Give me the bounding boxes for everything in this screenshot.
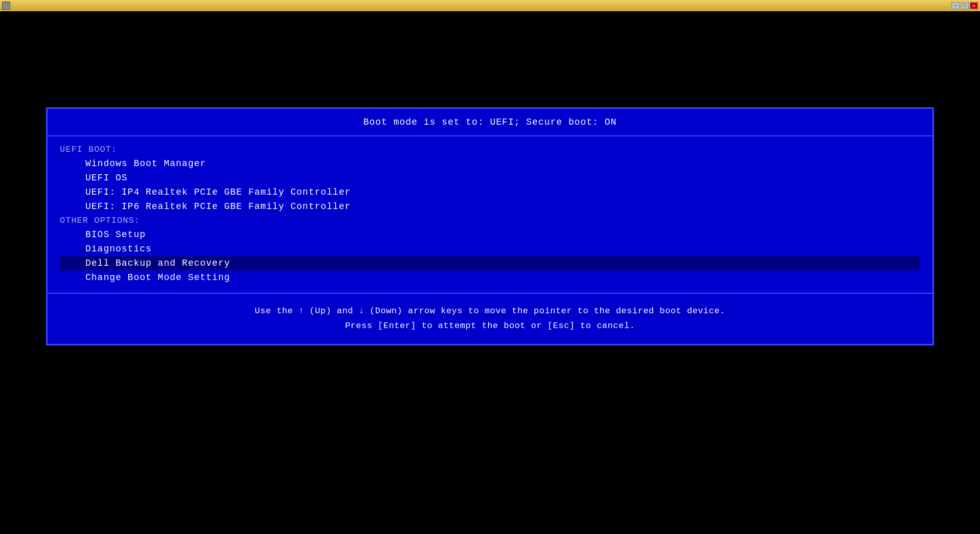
bios-panel: Boot mode is set to: UEFI; Secure boot: … — [46, 107, 934, 345]
option-bios-setup[interactable]: BIOS Setup — [60, 227, 920, 242]
window-icon — [2, 2, 10, 10]
bios-body: UEFI BOOT: Windows Boot Manager UEFI OS … — [48, 136, 932, 294]
minimize-button[interactable]: – — [951, 2, 960, 9]
window-controls: – □ ✕ — [951, 2, 978, 9]
close-button[interactable]: ✕ — [970, 2, 978, 9]
other-options-label: OTHER OPTIONS: — [60, 216, 920, 225]
option-dell-backup[interactable]: Dell Backup and Recovery — [60, 256, 920, 270]
boot-item-ip4[interactable]: UEFI: IP4 Realtek PCIe GBE Family Contro… — [60, 185, 920, 199]
bios-header: Boot mode is set to: UEFI; Secure boot: … — [48, 109, 932, 136]
option-change-boot-mode[interactable]: Change Boot Mode Setting — [60, 270, 920, 285]
boot-item-windows[interactable]: Windows Boot Manager — [60, 156, 920, 171]
uefi-boot-label: UEFI BOOT: — [60, 145, 920, 154]
boot-item-ip6[interactable]: UEFI: IP6 Realtek PCIe GBE Family Contro… — [60, 199, 920, 214]
footer-line2: Press [Enter] to attempt the boot or [Es… — [60, 319, 920, 334]
bios-footer: Use the ↑ (Up) and ↓ (Down) arrow keys t… — [48, 294, 932, 344]
maximize-button[interactable]: □ — [961, 2, 969, 9]
option-diagnostics[interactable]: Diagnostics — [60, 242, 920, 256]
title-bar: – □ ✕ — [0, 0, 980, 11]
boot-item-uefi-os[interactable]: UEFI OS — [60, 171, 920, 185]
footer-line1: Use the ↑ (Up) and ↓ (Down) arrow keys t… — [60, 304, 920, 319]
